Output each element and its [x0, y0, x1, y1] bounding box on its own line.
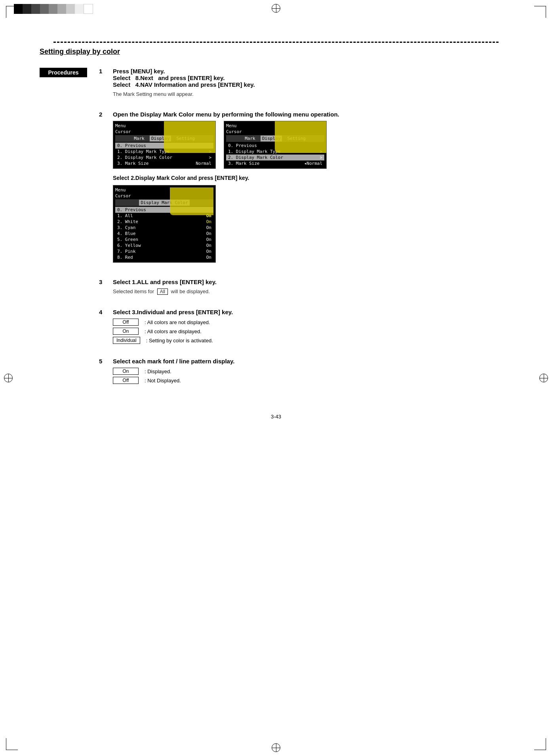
step-3-title: Select 1.ALL and press [ENTER] key.: [113, 279, 512, 285]
main-content: Setting display by color Procedures 1 Pr…: [0, 0, 552, 443]
step-4-number: 4: [99, 309, 107, 315]
option-desc-on: : All colors are displayed.: [145, 328, 202, 334]
step-2: 2 Open the Display Mark Color menu by pe…: [99, 111, 512, 269]
option-row-5-off: Off : Not Displayed.: [113, 377, 512, 384]
step-1: 1 Press [MENU] key. Select 8.Next and pr…: [99, 68, 512, 101]
menu-screen-right: Menu Cursor Mark Display Setting 0. Prev…: [224, 121, 327, 169]
step-1-title: Press [MENU] key. Select 8.Next and pres…: [113, 68, 512, 88]
step-1-body: Press [MENU] key. Select 8.Next and pres…: [113, 68, 512, 101]
step-4: 4 Select 3.Individual and press [ENTER] …: [99, 309, 512, 348]
corner-mark-tr: [534, 6, 546, 18]
step-4-options: Off : All colors are not displayed. On :…: [113, 319, 512, 344]
option-row-5-on: On : Displayed.: [113, 368, 512, 375]
option-desc-off: : All colors are not displayed.: [145, 319, 210, 325]
cross-bottom: [272, 743, 280, 752]
option-desc-individual: : Setting by color is activated.: [146, 338, 213, 344]
option-row-individual: Individual : Setting by color is activat…: [113, 337, 512, 344]
color-item-5: 5. Green On: [115, 237, 213, 242]
step-1-note: The Mark Setting menu will appear.: [113, 91, 512, 97]
option-box-individual: Individual: [113, 337, 140, 344]
step-2-body: Open the Display Mark Color menu by perf…: [113, 111, 512, 269]
color-item-8: 8. Red On: [115, 254, 213, 260]
color-item-4: 4. Blue On: [115, 231, 213, 237]
grayscale-bar: [14, 4, 93, 14]
step-2-title: Open the Display Mark Color menu by perf…: [113, 111, 512, 118]
menu-screenshots: Menu Cursor Mark Display Setting 0. Prev…: [113, 121, 512, 169]
step-4-title: Select 3.Individual and press [ENTER] ke…: [113, 309, 512, 315]
option-row-off: Off : All colors are not displayed.: [113, 319, 512, 326]
all-box: All: [157, 288, 168, 295]
step-3: 3 Select 1.ALL and press [ENTER] key. Se…: [99, 279, 512, 299]
cross-left: [4, 374, 13, 382]
step-3-body: Select 1.ALL and press [ENTER] key. Sele…: [113, 279, 512, 299]
menu-item-left-2: 2. Display Mark Color >: [115, 155, 213, 160]
color-item-3: 3. Cyan On: [115, 225, 213, 231]
step-3-number: 3: [99, 279, 107, 285]
step-5-options: On : Displayed. Off : Not Displayed.: [113, 368, 512, 384]
menu-screen-color: Menu Cursor Display Mark Color 0. Previo…: [113, 185, 216, 263]
option-desc-5-off: : Not Displayed.: [145, 378, 181, 384]
menu-item-left-3: 3. Mark Size Normal: [115, 160, 213, 166]
corner-mark-bl: [6, 738, 18, 750]
option-box-on: On: [113, 328, 139, 335]
step-5-number: 5: [99, 358, 107, 365]
step-4-body: Select 3.Individual and press [ENTER] ke…: [113, 309, 512, 348]
map-bg-right: [275, 121, 326, 153]
step-5: 5 Select each mark font / line pattern d…: [99, 358, 512, 388]
map-bg-left: [164, 121, 215, 153]
step-3-note: Selected items for All will be displayed…: [113, 288, 512, 295]
color-item-7: 7. Pink On: [115, 248, 213, 254]
step-5-title: Select each mark font / line pattern dis…: [113, 358, 512, 365]
color-item-2: 2. White On: [115, 219, 213, 225]
step-1-number: 1: [99, 68, 107, 74]
step-5-body: Select each mark font / line pattern dis…: [113, 358, 512, 388]
menu-item-right-2: 2. Display Mark Color >: [226, 155, 324, 160]
color-item-6: 6. Yellow On: [115, 242, 213, 248]
option-box-5-on: On: [113, 368, 139, 375]
menu-item-right-3: 3. Mark Size ◂Normal: [226, 160, 324, 166]
option-desc-5-on: : Displayed.: [145, 368, 171, 374]
option-row-on: On : All colors are displayed.: [113, 328, 512, 335]
step-2-caption: Select 2.Display Mark Color and press [E…: [113, 175, 512, 181]
corner-mark-br: [534, 738, 546, 750]
option-box-5-off: Off: [113, 377, 139, 384]
procedures-section: Procedures 1 Press [MENU] key. Select 8.…: [40, 68, 512, 398]
step-2-number: 2: [99, 111, 107, 118]
steps-content: 1 Press [MENU] key. Select 8.Next and pr…: [99, 68, 512, 398]
section-title: Setting display by color: [40, 48, 512, 56]
page-number: 3-43: [40, 414, 512, 420]
option-box-off: Off: [113, 319, 139, 326]
cross-right: [539, 374, 548, 382]
cross-top: [272, 4, 280, 13]
procedures-badge: Procedures: [40, 68, 87, 77]
menu-screen-left: Menu Cursor Mark Display Setting 0. Prev…: [113, 121, 216, 169]
dashed-separator: [53, 42, 499, 43]
